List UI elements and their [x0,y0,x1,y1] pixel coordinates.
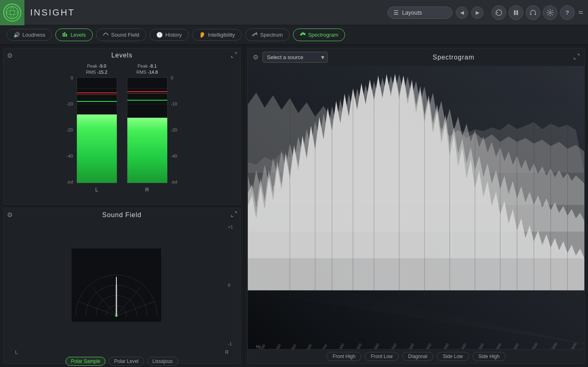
diagonal-button[interactable]: Diagonal [402,352,433,361]
tab-history-label: History [165,32,181,38]
freq-2500: 2500 [390,343,398,349]
nav-prev-button[interactable]: ◀ [456,7,468,19]
question-icon: ? [565,9,569,16]
scale-plus1: +1 [228,224,234,229]
svg-point-19 [116,309,116,310]
tab-loudness-label: Loudness [22,32,45,38]
spectrogram-header: ⚙ Select a source Spectrogram [248,48,584,66]
freq-20000: 20000 [569,342,577,349]
meter-right: Peak -8.1 RMS -14.8 R [127,63,168,193]
svg-point-21 [115,314,118,317]
spectrogram-body: 5 s [248,66,584,349]
intelligibility-icon: 👂 [199,32,205,38]
svg-point-5 [549,11,551,13]
rms-val-l: -15.2 [97,70,107,75]
svg-point-18 [116,311,117,312]
svg-rect-4 [535,13,536,15]
tab-spectrum[interactable]: Spectrum [245,29,290,41]
polar-level-button[interactable]: Polar Level [109,357,144,366]
soundfield-icon [103,31,109,38]
channel-label-l: L [95,187,98,193]
front-high-button[interactable]: Front High [326,352,361,361]
headphones-button[interactable] [526,5,540,20]
meter-peak-line-left [77,92,117,93]
levels-title: Levels [111,52,132,59]
side-high-button[interactable]: Side High [472,352,506,361]
logo-icon [3,4,21,22]
freq-12000: 12000 [530,342,539,349]
soundfield-content: +1 0 -1 [7,221,237,350]
rms-label-l: RMS [86,70,96,75]
lissajous-button[interactable]: Lissajous [147,357,178,366]
spectrogram-section: ⚙ Select a source Spectrogram [247,48,585,364]
peak-label-r: Peak [138,64,148,68]
meter-rms-line-right [127,100,167,101]
soundfield-expand-icon[interactable] [231,211,237,218]
scale-20: -20 [67,127,73,132]
levels-scale-right: 0 -10 -20 -40 -Inf [168,63,177,193]
front-low-button[interactable]: Front Low [365,352,398,361]
meter-bar-left [77,77,117,183]
meter-peak-line2-left [77,94,117,95]
refresh-button[interactable] [492,5,506,20]
loudness-icon: 🔊 [13,32,20,38]
scale-inf: -Inf [67,180,73,185]
tab-spectrogram-label: Spectrogram [308,32,338,38]
peak-label-l: Peak [87,64,97,68]
tab-loudness[interactable]: 🔊 Loudness [7,29,52,41]
spectrogram-gear-icon[interactable]: ⚙ [253,53,258,61]
right-panel: ⚙ Select a source Spectrogram [244,45,588,367]
levels-expand-icon[interactable] [231,52,237,59]
svg-point-0 [6,7,18,19]
soundfield-gear-icon[interactable]: ⚙ [7,211,13,219]
spectrogram-view-buttons: Front High Front Low Diagonal Side Low S… [248,349,584,363]
spectrogram-svg: 5 s [248,66,584,349]
scale-0: 0 [228,283,234,288]
header-center: ☰ Layouts ◀ ▶ [387,7,483,19]
freq-2000: 2000 [372,343,380,349]
polar-display [7,221,225,350]
tab-soundfield[interactable]: Sound Field [96,29,146,41]
levels-section: ⚙ Levels 0 -10 -20 -40 -Inf [3,48,240,204]
source-select[interactable]: Select a source [262,52,328,63]
polar-scale: +1 0 -1 [225,221,237,350]
soundfield-title: Sound Field [102,211,141,219]
meter-rms-line-left [77,101,117,102]
scale-minus1: -1 [228,341,234,346]
levels-icon [62,31,68,38]
levels-gear-icon[interactable]: ⚙ [7,52,13,59]
meter-bar-right [127,77,168,183]
nav-next-button[interactable]: ▶ [471,7,483,19]
spectrogram-icon [300,31,306,38]
freq-6000: 6000 [477,343,485,349]
channel-label-r: R [145,187,149,193]
tab-spectrum-label: Spectrum [260,32,283,38]
help-button[interactable]: ? [560,5,575,20]
freq-5000: 5000 [460,343,468,349]
polar-sample-button[interactable]: Polar Sample [66,357,105,366]
settings-button[interactable] [543,5,557,20]
freq-500: 500 [306,343,313,349]
svg-rect-1 [514,10,516,15]
freq-3500: 3500 [425,343,433,349]
tab-intelligibility[interactable]: 👂 Intelligibility [192,29,242,41]
svg-rect-2 [516,10,518,15]
spectrogram-expand-icon[interactable] [574,54,579,61]
tab-levels[interactable]: Levels [55,29,93,41]
svg-point-17 [116,313,117,314]
pause-button[interactable] [509,5,523,20]
layouts-button[interactable]: ☰ Layouts [387,7,452,19]
levels-header: ⚙ Levels [7,52,237,59]
soundfield-section: ⚙ Sound Field [3,208,240,364]
left-label: L [15,349,18,355]
side-low-button[interactable]: Side Low [437,352,469,361]
freq-1000: 1000 [337,343,345,349]
freq-axis: Hz 100 200 300 500 700 1000 1500 2000 25… [256,333,580,349]
tab-spectrogram[interactable]: Spectrogram [293,29,345,41]
source-select-wrapper: Select a source [262,52,328,63]
tab-history[interactable]: 🕐 History [149,29,188,41]
meter-fill-left [77,114,117,183]
spectrum-icon [252,31,258,38]
tab-bar: 🔊 Loudness Levels Sound Field 🕐 History … [0,25,588,45]
meter-peak-line2-right [127,93,167,94]
